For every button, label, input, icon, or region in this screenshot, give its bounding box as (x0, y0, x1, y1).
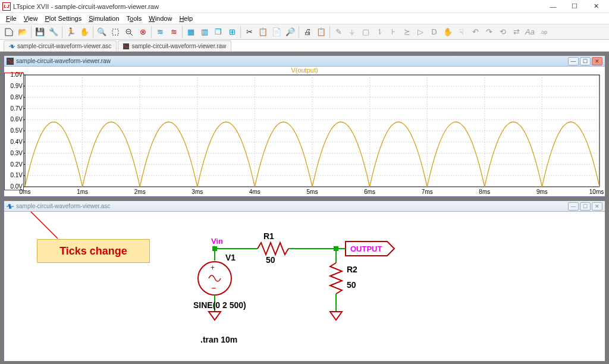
svg-rect-0 (112, 29, 118, 35)
add-trace-button[interactable]: ≋ (167, 26, 180, 39)
menu-file[interactable]: File (2, 14, 20, 23)
annotation-highlight-box (4, 73, 24, 190)
tile-horz-button[interactable]: ▦ (184, 26, 197, 39)
close-button[interactable]: ✕ (585, 1, 607, 12)
component-label-v1: V1 (225, 253, 236, 262)
minimize-button[interactable]: — (542, 1, 564, 12)
menubar: File View Plot Settings Simulation Tools… (0, 13, 609, 24)
print-setup-button[interactable]: 📋 (315, 26, 328, 39)
callout-text: Ticks change (59, 245, 127, 258)
child-maximize-button[interactable]: ☐ (580, 57, 591, 65)
schematic-window-titlebar[interactable]: sample-circuit-waveform-viewer.asc — ☐ ✕ (4, 201, 605, 212)
menu-window[interactable]: Window (145, 14, 175, 23)
child-maximize-button[interactable]: ☐ (580, 202, 591, 211)
draw-wire-button[interactable]: ✎ (332, 26, 345, 39)
svg-line-58 (19, 212, 58, 239)
trace-label[interactable]: V(output) (291, 67, 318, 74)
move-button[interactable]: ✋ (441, 26, 454, 39)
svg-rect-59 (212, 246, 217, 251)
schematic-canvas[interactable]: Vin + − V1 SINE(0 2 500) R1 (4, 212, 605, 361)
undo-button[interactable]: ↶ (469, 26, 482, 39)
svg-text:5ms: 5ms (307, 189, 318, 195)
diode-button[interactable]: ▷ (414, 26, 427, 39)
tab-waveform[interactable]: sample-circuit-waveform-viewer.raw (118, 40, 231, 51)
svg-text:3ms: 3ms (192, 189, 203, 195)
menu-plot-settings[interactable]: Plot Settings (41, 14, 85, 23)
redo-button[interactable]: ↷ (482, 26, 495, 39)
plot-area[interactable]: V(output) (4, 67, 605, 196)
resistor-button[interactable]: ⥍ (373, 26, 386, 39)
x-axis-ticks: 0ms1ms2ms3ms4ms5ms6ms7ms8ms9ms10ms (20, 189, 604, 195)
inductor-button[interactable]: ≿ (400, 26, 413, 39)
child-close-button[interactable]: ✕ (592, 57, 602, 65)
mirror-button[interactable]: ⇄ (510, 26, 523, 39)
toolbar: 📂 💾 🔧 🏃 ✋ 🔍 ⊗ ≋ ≋ ▦ ▥ ❐ ⊞ ✂ 📋 📄 🔎 🖨 📋 ✎ … (0, 24, 609, 40)
tile-vert-button[interactable]: ▥ (198, 26, 211, 39)
close-all-button[interactable]: ⊞ (225, 26, 238, 39)
label-net-button[interactable]: ▢ (359, 26, 372, 39)
menu-tools[interactable]: Tools (123, 14, 146, 23)
svg-line-2 (130, 33, 133, 36)
schematic-icon (7, 203, 14, 210)
svg-rect-4 (123, 43, 129, 49)
svg-text:−: − (211, 283, 216, 293)
child-minimize-button[interactable]: — (568, 202, 579, 211)
tab-schematic[interactable]: sample-circuit-waveform-viewer.asc (4, 40, 117, 51)
svg-text:10ms: 10ms (589, 189, 604, 195)
menu-view[interactable]: View (20, 14, 42, 23)
ground-button[interactable]: ⏚ (346, 26, 359, 39)
window-titlebar: LJ LTspice XVII - sample-circuit-wavefor… (0, 0, 609, 13)
cascade-button[interactable]: ❐ (212, 26, 225, 39)
drag-button[interactable]: ☟ (455, 26, 468, 39)
open-button[interactable]: 📂 (16, 26, 29, 39)
component-button[interactable]: D (428, 26, 441, 39)
find-button[interactable]: 🔎 (284, 26, 297, 39)
waveform-window: sample-circuit-waveform-viewer.raw — ☐ ✕… (4, 55, 605, 197)
zoom-fit-button[interactable]: ⊗ (136, 26, 149, 39)
menu-help[interactable]: Help (175, 14, 196, 23)
maximize-button[interactable]: ☐ (564, 1, 585, 12)
plot-svg: V(output) (4, 67, 605, 196)
waveform-window-titlebar[interactable]: sample-circuit-waveform-viewer.raw — ☐ ✕ (4, 56, 605, 67)
svg-text:4ms: 4ms (249, 189, 260, 195)
component-value-r1: 50 (266, 255, 275, 265)
zoom-out-button[interactable] (123, 26, 136, 39)
schematic-window-title: sample-circuit-waveform-viewer.asc (16, 203, 568, 209)
tab-label: sample-circuit-waveform-viewer.asc (17, 43, 111, 49)
halt-button[interactable]: ✋ (78, 26, 91, 39)
zoom-in-button[interactable]: 🔍 (95, 26, 108, 39)
print-button[interactable]: 🖨 (301, 26, 314, 39)
menu-simulation[interactable]: Simulation (85, 14, 123, 23)
svg-text:6ms: 6ms (364, 189, 375, 195)
waveform-window-title: sample-circuit-waveform-viewer.raw (16, 58, 568, 64)
svg-text:9ms: 9ms (536, 189, 548, 195)
run-button[interactable]: 🏃 (64, 26, 77, 39)
net-label-vin: Vin (211, 237, 223, 246)
component-value-r2: 50 (347, 280, 356, 290)
control-panel-button[interactable]: 🔧 (47, 26, 60, 39)
cut-button[interactable]: ✂ (243, 26, 256, 39)
svg-rect-67 (334, 246, 338, 251)
new-schematic-button[interactable] (2, 26, 15, 39)
capacitor-button[interactable]: ⊦ (387, 26, 400, 39)
document-tabs: sample-circuit-waveform-viewer.asc sampl… (0, 40, 609, 52)
child-minimize-button[interactable]: — (568, 57, 579, 65)
annotation-callout: Ticks change (37, 239, 150, 263)
component-label-r2: R2 (347, 265, 357, 274)
svg-text:1ms: 1ms (77, 189, 88, 195)
spice-directive-button[interactable]: .op (537, 26, 550, 39)
save-button[interactable]: 💾 (33, 26, 46, 39)
svg-text:8ms: 8ms (479, 189, 490, 195)
autorange-button[interactable]: ≋ (153, 26, 167, 39)
schematic-icon (9, 43, 15, 49)
pan-button[interactable] (109, 26, 122, 39)
paste-button[interactable]: 📄 (270, 26, 283, 39)
rotate-button[interactable]: ⟲ (496, 26, 509, 39)
net-label-output: OUTPUT (350, 244, 382, 253)
schematic-window: sample-circuit-waveform-viewer.asc — ☐ ✕… (4, 200, 605, 362)
window-title: LTspice XVII - sample-circuit-waveform-v… (13, 3, 542, 10)
copy-button[interactable]: 📋 (256, 26, 269, 39)
child-close-button[interactable]: ✕ (592, 202, 602, 211)
text-button[interactable]: Aa (523, 26, 536, 39)
annotation-overlay: Vin + − V1 SINE(0 2 500) R1 (4, 212, 605, 361)
